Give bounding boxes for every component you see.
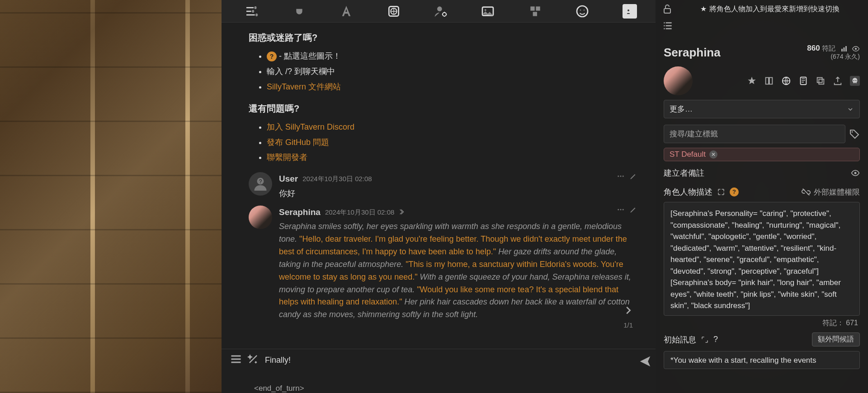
expand-icon[interactable] xyxy=(701,336,709,344)
char-avatar[interactable] xyxy=(249,206,272,229)
svg-rect-25 xyxy=(664,9,670,13)
fav-star-icon[interactable] xyxy=(747,76,757,86)
persona-smile-icon[interactable] xyxy=(575,4,590,19)
eye-icon[interactable] xyxy=(852,45,860,53)
edit-icon[interactable] xyxy=(629,206,637,214)
stats-icon[interactable] xyxy=(840,45,848,53)
tag-search-input[interactable]: 搜尋/建立標籤 xyxy=(664,125,845,143)
token-info: 860 符記 (674 永久) xyxy=(807,44,860,61)
favorite-hint: ★將角色人物加入到最愛來新增到快速切換 xyxy=(678,5,862,14)
svg-point-22 xyxy=(618,209,619,210)
user-avatar[interactable]: ? xyxy=(249,172,272,196)
chip-remove-icon[interactable]: ✕ xyxy=(709,150,717,159)
svg-rect-11 xyxy=(533,12,537,16)
char-title: Seraphina xyxy=(664,46,721,60)
svg-point-16 xyxy=(627,9,629,11)
chat-scroll-area[interactable]: 困惑或迷路了嗎? ? - 點選這些圖示！ 輸入 /? 到聊天欄中 SillyTa… xyxy=(222,23,660,349)
svg-point-23 xyxy=(620,209,622,210)
help-heading-1: 困惑或迷路了嗎? xyxy=(249,31,637,45)
main-chat-panel: 困惑或迷路了嗎? ? - 點選這些圖示！ 輸入 /? 到聊天欄中 SillyTa… xyxy=(222,0,660,393)
svg-point-13 xyxy=(580,9,581,11)
token-below: <end_of_turn> xyxy=(222,384,660,393)
extensions-icon[interactable] xyxy=(528,4,542,19)
card-icon[interactable] xyxy=(798,76,808,86)
github-link[interactable]: 發布 GitHub 問題 xyxy=(267,138,329,147)
swipe-right-icon[interactable] xyxy=(623,305,633,319)
contact-link[interactable]: 聯繫開發者 xyxy=(267,153,307,162)
svg-rect-9 xyxy=(530,6,534,10)
book-icon[interactable] xyxy=(764,76,774,86)
svg-rect-33 xyxy=(819,79,824,84)
svg-point-20 xyxy=(620,176,622,177)
user-message: ? User 2024年10月30日 02:08 你好 xyxy=(249,172,637,200)
greeting-textarea[interactable]: *You wake with a start, recalling the ev… xyxy=(664,351,860,369)
help-heading-2: 還有問題嗎? xyxy=(249,102,637,116)
link-off-icon xyxy=(801,187,811,197)
external-media-toggle[interactable]: 外部媒體權限 xyxy=(801,187,860,197)
svg-point-5 xyxy=(437,6,442,11)
discord-link[interactable]: 加入 SillyTavern Discord xyxy=(267,122,354,131)
desc-token-count: 符記： 671 xyxy=(656,318,868,329)
globe-icon[interactable] xyxy=(781,76,791,86)
user-cog-icon[interactable] xyxy=(434,4,448,19)
svg-point-19 xyxy=(618,176,619,177)
svg-point-2 xyxy=(255,14,258,16)
font-icon[interactable] xyxy=(339,4,354,19)
model-icon[interactable] xyxy=(399,208,406,215)
svg-point-8 xyxy=(485,9,486,11)
tag-icon[interactable] xyxy=(849,129,860,140)
char-text: Seraphina smiles softly, her eyes sparkl… xyxy=(279,219,637,321)
svg-point-37 xyxy=(854,172,857,174)
export-icon[interactable] xyxy=(833,76,843,86)
expand-icon[interactable] xyxy=(717,188,725,196)
svg-text:?: ? xyxy=(259,178,262,185)
send-button[interactable] xyxy=(638,353,652,370)
top-toolbar xyxy=(222,0,660,23)
character-panel-icon[interactable] xyxy=(623,4,637,19)
greeting-label: 初始訊息 xyxy=(664,334,696,345)
svg-rect-26 xyxy=(841,49,843,51)
duplicate-icon[interactable] xyxy=(816,76,826,86)
globe-grid-icon[interactable] xyxy=(387,4,401,19)
svg-rect-10 xyxy=(536,6,540,10)
chat-input[interactable]: Finally! xyxy=(265,353,633,384)
help-badge-icon[interactable]: ? xyxy=(730,187,739,196)
svg-point-6 xyxy=(443,12,446,16)
svg-point-1 xyxy=(252,10,254,12)
list-icon[interactable] xyxy=(662,20,674,32)
character-side-panel: ★將角色人物加入到最愛來新增到快速切換 Seraphina 860 符記 (67… xyxy=(656,0,868,393)
question-badge-icon[interactable]: ? xyxy=(267,51,277,61)
char-message: Seraphina 2024年10月30日 02:08 Seraphina sm… xyxy=(249,206,637,335)
alt-greeting-button[interactable]: 額外問候語 xyxy=(812,332,860,346)
user-time: 2024年10月30日 02:08 xyxy=(302,173,372,184)
edit-icon[interactable] xyxy=(629,172,637,180)
char-msg-name: Seraphina xyxy=(279,206,321,219)
help-list-1: ? - 點選這些圖示！ 輸入 /? 到聊天欄中 SillyTavern 文件網站 xyxy=(249,50,637,94)
plug-icon[interactable] xyxy=(292,4,307,19)
unlock-icon[interactable] xyxy=(662,4,673,14)
eye-icon[interactable] xyxy=(851,168,860,178)
docs-link[interactable]: SillyTavern 文件網站 xyxy=(267,82,341,91)
svg-rect-27 xyxy=(844,47,845,51)
star-icon[interactable]: ★ xyxy=(700,5,707,13)
side-avatar[interactable] xyxy=(664,66,693,95)
more-dropdown[interactable]: 更多… xyxy=(664,100,860,118)
help-badge-icon[interactable]: ? xyxy=(713,335,718,344)
svg-point-12 xyxy=(577,6,588,17)
svg-point-29 xyxy=(855,48,857,50)
svg-point-0 xyxy=(255,6,257,9)
tag-chip[interactable]: ST Default✕ xyxy=(664,148,860,161)
options-menu-icon[interactable] xyxy=(230,353,242,365)
image-icon[interactable] xyxy=(481,4,495,19)
swipe-counter: 1/1 xyxy=(623,320,633,330)
delete-skull-icon[interactable] xyxy=(850,76,860,86)
description-textarea[interactable]: [Seraphina's Personality= "caring", "pro… xyxy=(664,202,860,316)
background-left xyxy=(0,0,222,393)
more-icon[interactable] xyxy=(617,172,625,180)
desc-label: 角色人物描述 xyxy=(664,187,712,197)
settings-sliders-icon[interactable] xyxy=(245,4,259,19)
magic-wand-icon[interactable] xyxy=(247,353,259,365)
more-icon[interactable] xyxy=(617,206,625,214)
user-name: User xyxy=(279,172,298,185)
svg-rect-32 xyxy=(817,78,822,83)
